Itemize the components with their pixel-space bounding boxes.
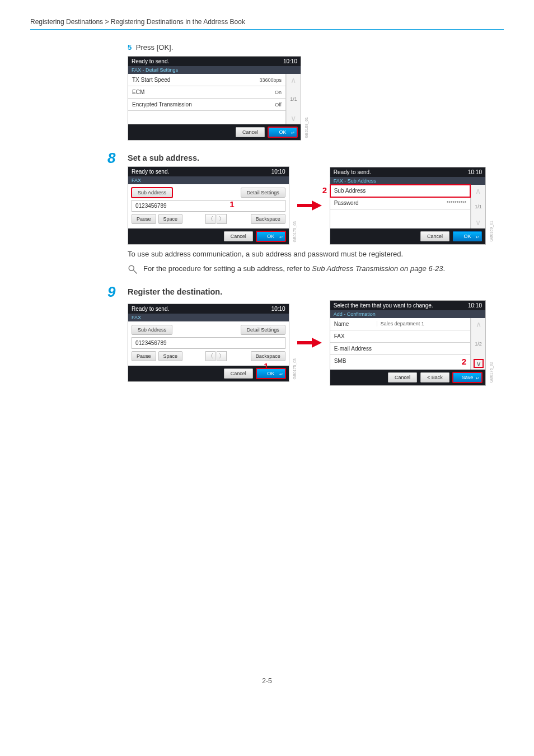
row-label: E-mail Address	[334, 346, 372, 352]
image-tag: GB0168_01	[305, 117, 308, 138]
panel-b-time: 10:10	[271, 169, 285, 175]
row-label: Sub Address	[334, 188, 366, 194]
panel-a-subtitle: FAX - Detail Settings	[128, 66, 301, 74]
panel-c-status: Ready to send.	[334, 169, 371, 175]
ok-button[interactable]: OK↵	[268, 127, 297, 137]
list-item[interactable]: ECM On	[128, 86, 285, 99]
list-item[interactable]: Encrypted Transmission Off	[128, 99, 285, 111]
panel-detail-settings: Ready to send. 10:10 FAX - Detail Settin…	[128, 56, 301, 141]
tab-sub-address[interactable]: Sub Address	[132, 188, 172, 198]
panel-a-time: 10:10	[283, 58, 297, 64]
backspace-button[interactable]: Backspace	[251, 351, 285, 361]
backspace-button[interactable]: Backspace	[251, 214, 285, 224]
arrow-right-icon	[297, 336, 322, 349]
input-value: 0123456789	[135, 340, 167, 346]
image-tag: GB0169_01	[489, 221, 493, 241]
list-item[interactable]: TX Start Speed 33600bps	[128, 74, 285, 86]
list-item-smb[interactable]: SMB	[330, 355, 470, 367]
list-item-password[interactable]: Password **********	[330, 197, 470, 209]
row-value: Off	[275, 102, 282, 108]
enter-icon: ↵	[291, 130, 295, 136]
save-button[interactable]: Save↵	[453, 372, 482, 382]
row-label: FAX	[334, 333, 372, 339]
row-label: TX Start Speed	[132, 77, 170, 83]
page-number: 2-5	[30, 677, 504, 701]
scroll-up-icon[interactable]	[476, 320, 481, 328]
breadcrumb: Registering Destinations > Registering D…	[30, 18, 504, 30]
sub-address-input[interactable]: 0123456789 1	[132, 200, 285, 212]
callout-2: 2	[462, 357, 466, 366]
pause-button[interactable]: Pause	[132, 351, 156, 361]
back-button[interactable]: < Back	[420, 372, 449, 382]
list-item-sub-address[interactable]: Sub Address	[330, 185, 470, 197]
image-tag: GB0175_03	[293, 221, 297, 242]
panel-c-subtitle: FAX - Sub Address	[330, 177, 485, 185]
panel-d-status: Ready to send.	[132, 306, 169, 312]
ok-button[interactable]: OK↵	[256, 368, 285, 379]
step-8-title: Set a sub address.	[128, 153, 199, 162]
cursor-left-button[interactable]: 〈	[205, 214, 216, 224]
note-8: To use sub address communication, a sub …	[128, 249, 486, 259]
step-5-text: Press [OK].	[136, 43, 173, 52]
space-button[interactable]: Space	[158, 214, 183, 224]
page-counter: 1/1	[475, 204, 482, 209]
arrow-right-icon	[297, 199, 322, 212]
cancel-button[interactable]: Cancel	[388, 372, 417, 382]
space-button[interactable]: Space	[158, 351, 183, 361]
input-value: 0123456789	[135, 203, 167, 209]
step-5-line: 5 Press [OK].	[128, 43, 486, 52]
list-item-name[interactable]: Name Sales department 1	[330, 318, 470, 330]
cancel-button[interactable]: Cancel	[224, 231, 253, 241]
step-8-number: 8	[107, 150, 115, 167]
row-label: Password	[334, 200, 359, 206]
panel-e-time: 10:10	[468, 302, 482, 309]
enter-icon: ↵	[476, 235, 480, 240]
reference-text: For the procedure for setting a sub addr…	[143, 264, 445, 274]
enter-icon: ↵	[279, 372, 283, 377]
tab-detail-settings[interactable]: Detail Settings	[241, 188, 285, 198]
panel-e-status: Select the item that you want to change.	[334, 302, 433, 309]
panel-b-status: Ready to send.	[132, 169, 169, 175]
tab-sub-address[interactable]: Sub Address	[132, 325, 172, 335]
panel-add-confirmation: Select the item that you want to change.…	[330, 300, 486, 386]
step-9-number: 9	[107, 283, 115, 301]
pause-button[interactable]: Pause	[132, 214, 156, 224]
ok-button[interactable]: OK↵	[453, 231, 482, 241]
row-label: Encrypted Transmission	[132, 101, 192, 108]
callout-2: 2	[322, 185, 327, 195]
cancel-button[interactable]: Cancel	[224, 368, 253, 379]
scroll-down-icon[interactable]	[475, 218, 481, 226]
cursor-right-button[interactable]: 〉	[217, 214, 227, 224]
panel-d-subtitle: FAX	[128, 314, 289, 321]
cancel-button[interactable]: Cancel	[236, 127, 265, 137]
image-tag: GB0176_02	[489, 362, 493, 382]
callout-1: 1	[229, 199, 234, 209]
list-item-fax[interactable]: FAX	[330, 330, 470, 343]
cancel-button[interactable]: Cancel	[420, 231, 449, 241]
row-label: Name	[334, 321, 372, 327]
sub-address-input[interactable]: 0123456789	[132, 337, 285, 349]
panel-d-time: 10:10	[271, 306, 285, 312]
row-value: Sales department 1	[377, 321, 466, 326]
empty-row	[128, 111, 285, 121]
scroll-up-icon[interactable]	[475, 187, 481, 195]
svg-line-1	[134, 270, 137, 273]
scroll-up-icon[interactable]	[291, 76, 296, 84]
list-item-email[interactable]: E-mail Address	[330, 343, 470, 355]
panel-e-subtitle: Add - Confirmation	[330, 310, 485, 318]
tab-detail-settings[interactable]: Detail Settings	[241, 325, 285, 335]
cursor-right-button[interactable]: 〉	[217, 351, 227, 361]
enter-icon: ↵	[476, 376, 480, 381]
panel-sub-address-entry: Ready to send. 10:10 FAX Sub Address Det…	[128, 166, 289, 245]
enter-icon: ↵	[279, 235, 283, 240]
ok-button[interactable]: OK↵	[256, 231, 285, 241]
scroll-down-icon[interactable]	[474, 360, 483, 367]
panel-a-status: Ready to send.	[132, 58, 169, 64]
step-9-title: Register the destination.	[128, 287, 222, 296]
step-5-number: 5	[128, 43, 132, 52]
scroll-down-icon[interactable]	[291, 114, 296, 122]
row-value: **********	[447, 200, 466, 206]
panel-c-time: 10:10	[468, 169, 482, 175]
image-tag: GB0175_03	[293, 358, 297, 379]
cursor-left-button[interactable]: 〈	[205, 351, 216, 361]
